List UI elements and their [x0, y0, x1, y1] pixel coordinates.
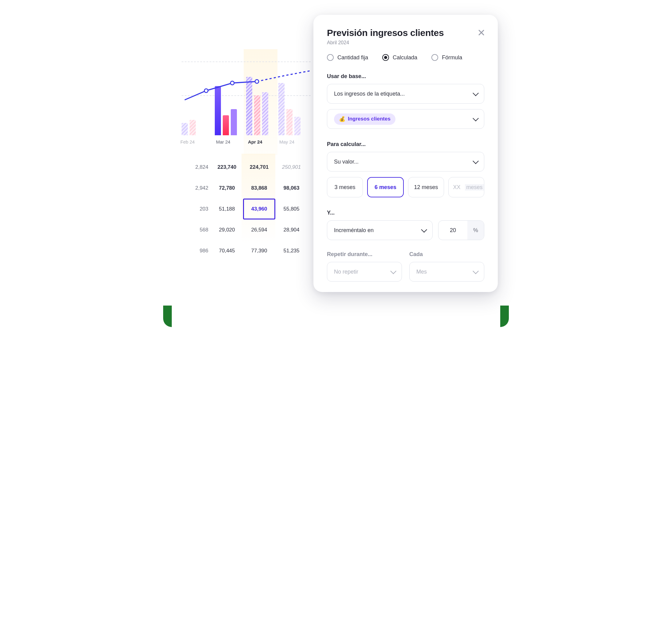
table-cell[interactable]: 70,445: [211, 240, 243, 261]
table-row: 568 29,020 26,594 28,904: [179, 219, 308, 240]
bar: [294, 117, 301, 135]
calc-basis-select[interactable]: Su valor...: [327, 152, 484, 172]
radio-label: Cantidad fija: [338, 54, 368, 61]
table-cell[interactable]: 203: [179, 199, 211, 219]
custom-period-value: XX: [449, 184, 465, 191]
table-cell[interactable]: 28,904: [275, 219, 308, 240]
select-value: No repetir: [334, 269, 358, 275]
forecast-config-panel: Previsión ingresos clientes Abril 2024 C…: [313, 15, 498, 292]
bar: [215, 86, 221, 135]
tag-pill: 💰 Ingresos clientes: [334, 114, 395, 125]
chevron-down-icon: [421, 226, 427, 233]
bar: [189, 120, 196, 135]
section-label-y: Y...: [327, 210, 484, 216]
radio-formula[interactable]: Fórmula: [431, 54, 462, 61]
app-canvas: Feb 24 Mar 24 Apr 24 May 24 2,824 223,74…: [163, 0, 509, 327]
section-label-each: Cada: [409, 251, 484, 258]
decorative-corner: [500, 305, 509, 327]
month-label: Apr 24: [248, 139, 262, 144]
bar: [278, 83, 285, 135]
table-cell[interactable]: 26,594: [243, 219, 275, 240]
radio-label: Fórmula: [442, 54, 462, 61]
chevron-down-icon: [473, 90, 479, 96]
bars-mar24: [215, 86, 237, 135]
table-cell[interactable]: 986: [179, 240, 211, 261]
base-tag-select[interactable]: 💰 Ingresos clientes: [327, 109, 484, 129]
table-cell[interactable]: 29,020: [211, 219, 243, 240]
select-value: Mes: [416, 269, 427, 275]
chevron-down-icon: [473, 268, 479, 274]
money-bag-icon: 💰: [339, 116, 345, 122]
chevron-down-icon: [473, 115, 479, 121]
base-source-select[interactable]: Los ingresos de la etiqueta...: [327, 84, 484, 104]
table-row: 2,942 72,780 83,868 98,063: [179, 178, 308, 199]
repeat-duration-select[interactable]: No repetir: [327, 262, 402, 282]
table-cell[interactable]: 83,868: [243, 178, 275, 199]
svg-point-0: [204, 89, 208, 93]
bar: [286, 109, 292, 135]
bar: [231, 109, 237, 135]
section-label-base: Usar de base...: [327, 73, 484, 80]
month-label: Feb 24: [180, 139, 195, 144]
svg-point-1: [230, 81, 234, 85]
section-label-repeat: Repetir durante...: [327, 251, 402, 258]
table-row: 2,824 223,740 224,701 250,901: [179, 157, 308, 178]
table-cell[interactable]: 51,235: [275, 240, 308, 261]
period-custom-input[interactable]: XX meses: [448, 177, 484, 197]
table-row: 986 70,445 77,390 51,235: [179, 240, 308, 261]
radio-calculated[interactable]: Calculada: [382, 54, 417, 61]
panel-title: Previsión ingresos clientes: [327, 28, 484, 38]
table-cell[interactable]: 2,824: [179, 157, 211, 178]
period-3-months[interactable]: 3 meses: [327, 177, 363, 197]
period-6-months[interactable]: 6 meses: [367, 177, 404, 197]
table-cell[interactable]: 98,063: [275, 178, 308, 199]
select-value: Increméntalo en: [334, 227, 374, 234]
bar: [182, 123, 188, 135]
table-cell[interactable]: 51,188: [211, 199, 243, 219]
adjustment-type-select[interactable]: Increméntalo en: [327, 220, 433, 240]
table-row: 203 51,188 43,960 55,805: [179, 199, 308, 219]
chevron-down-icon: [390, 268, 396, 274]
table-cell[interactable]: 2,942: [179, 178, 211, 199]
forecast-chart: Feb 24 Mar 24 Apr 24 May 24: [182, 46, 305, 147]
period-picker: 3 meses 6 meses 12 meses XX meses: [327, 177, 484, 197]
radio-fixed-amount[interactable]: Cantidad fija: [327, 54, 368, 61]
table-cell[interactable]: 72,780: [211, 178, 243, 199]
month-label: Mar 24: [216, 139, 230, 144]
section-label-calc: Para calcular...: [327, 141, 484, 147]
adjustment-unit: %: [467, 221, 484, 240]
bar: [246, 77, 252, 135]
chevron-down-icon: [473, 158, 479, 164]
close-icon[interactable]: [477, 28, 486, 37]
calc-type-radio-group: Cantidad fija Calculada Fórmula: [327, 54, 484, 61]
select-value: Su valor...: [334, 159, 359, 165]
bars-apr24: [246, 77, 268, 135]
adjustment-value-input[interactable]: 20 %: [438, 220, 484, 240]
select-value: Los ingresos de la etiqueta...: [334, 91, 405, 97]
bar: [262, 92, 268, 135]
table-cell[interactable]: 568: [179, 219, 211, 240]
data-table: 2,824 223,740 224,701 250,901 2,942 72,7…: [179, 157, 308, 261]
table-cell[interactable]: 224,701: [243, 157, 275, 178]
radio-label: Calculada: [393, 54, 417, 61]
bars-feb24: [182, 120, 196, 135]
table-cell[interactable]: 55,805: [275, 199, 308, 219]
table-cell-selected[interactable]: 43,960: [243, 199, 275, 219]
tag-text: Ingresos clientes: [348, 116, 390, 122]
month-label: May 24: [279, 139, 294, 144]
repeat-interval-select[interactable]: Mes: [409, 262, 484, 282]
adjustment-value: 20: [439, 227, 467, 234]
panel-subtitle-date: Abril 2024: [327, 40, 484, 45]
period-12-months[interactable]: 12 meses: [408, 177, 444, 197]
bar: [223, 115, 229, 135]
bar: [254, 95, 260, 135]
custom-period-unit: meses: [465, 184, 484, 191]
table-cell[interactable]: 77,390: [243, 240, 275, 261]
table-cell[interactable]: 223,740: [211, 157, 243, 178]
decorative-corner: [163, 305, 172, 327]
chart-gridline: [182, 61, 311, 62]
bars-may24: [278, 83, 301, 135]
table-cell[interactable]: 250,901: [275, 157, 308, 178]
